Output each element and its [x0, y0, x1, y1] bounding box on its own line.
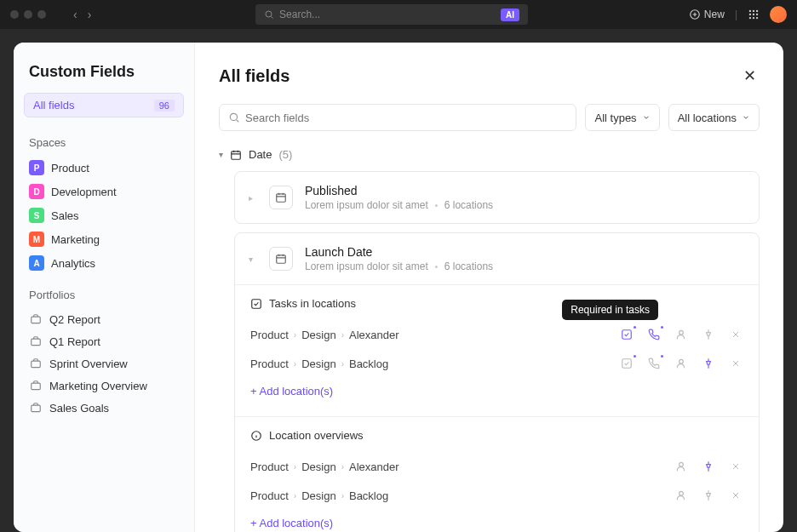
space-label: Analytics [51, 257, 95, 270]
field-search-input[interactable] [245, 112, 567, 124]
pin-icon[interactable] [701, 459, 716, 474]
breadcrumb-segment[interactable]: Alexander [349, 460, 399, 473]
close-button[interactable]: ✕ [740, 63, 760, 89]
field-name: Published [305, 184, 745, 197]
close-dot[interactable] [10, 10, 19, 19]
min-dot[interactable] [24, 10, 32, 19]
max-dot[interactable] [37, 10, 46, 19]
pin-icon[interactable] [701, 327, 716, 342]
sidebar-item-space[interactable]: SSales [24, 203, 184, 227]
ai-badge[interactable]: AI [501, 9, 519, 21]
chevron-right-icon: › [341, 462, 344, 472]
svg-rect-21 [622, 330, 632, 340]
tasks-header: Tasks in locations [250, 297, 743, 310]
chevron-right-icon: › [294, 462, 296, 472]
phone-icon[interactable] [646, 327, 662, 342]
chevron-down-icon[interactable]: ▾ [219, 150, 223, 159]
required-task-icon[interactable] [619, 327, 634, 342]
sidebar-item-space[interactable]: MMarketing [24, 227, 184, 251]
svg-rect-19 [277, 255, 286, 263]
svg-rect-17 [232, 151, 241, 158]
page-title: All fields [219, 66, 290, 86]
breadcrumb-segment[interactable]: Backlog [349, 489, 388, 502]
required-task-icon[interactable] [619, 356, 634, 371]
field-card-launch-date: ▾ Launch Date Lorem ipsum dolor sit amet… [234, 232, 760, 532]
sidebar-item-portfolio[interactable]: Q1 Report [24, 330, 184, 352]
global-search[interactable]: Search... AI [255, 4, 528, 25]
breadcrumb-segment[interactable]: Product [250, 489, 289, 502]
user-icon[interactable] [674, 488, 689, 503]
types-dropdown[interactable]: All types [585, 104, 659, 131]
svg-rect-14 [32, 383, 41, 390]
breadcrumb-segment[interactable]: Backlog [349, 358, 388, 370]
breadcrumb: Product›Design›Backlog [250, 358, 388, 370]
remove-icon[interactable] [728, 488, 743, 503]
portfolio-label: Marketing Overview [49, 380, 147, 392]
add-location-button[interactable]: + Add location(s) [250, 510, 743, 532]
user-icon[interactable] [674, 459, 689, 474]
calendar-icon [269, 186, 293, 209]
allfields-nav[interactable]: All fields 96 [24, 93, 184, 117]
space-icon: A [29, 255, 44, 271]
pin-icon[interactable] [701, 356, 716, 371]
svg-point-5 [749, 14, 751, 15]
row-actions [674, 488, 743, 503]
search-icon [228, 112, 240, 123]
chevron-right-icon[interactable]: ▸ [249, 193, 257, 203]
chevron-right-icon: › [294, 330, 296, 340]
info-icon [250, 430, 262, 442]
breadcrumb-segment[interactable]: Product [250, 329, 289, 341]
svg-point-4 [756, 10, 758, 12]
sidebar-item-portfolio[interactable]: Marketing Overview [24, 375, 184, 397]
remove-icon[interactable] [728, 356, 743, 371]
field-row[interactable]: ▸ Published Lorem ipsum dolor sit amet 6… [235, 172, 759, 223]
search-icon [264, 9, 274, 20]
back-button[interactable]: ‹ [70, 6, 81, 23]
main-panel: All fields ✕ All types All locations [195, 43, 783, 532]
sidebar-item-space[interactable]: DDevelopment [24, 180, 184, 203]
new-button[interactable]: New [689, 9, 725, 20]
svg-rect-12 [32, 339, 41, 346]
expanded-panel: Tasks in locations Product›Design›Alexan… [235, 284, 759, 532]
phone-icon[interactable] [646, 356, 662, 371]
search-bar: Search... AI [101, 4, 682, 25]
breadcrumb: Product›Design›Alexander [250, 329, 399, 341]
space-label: Marketing [51, 233, 100, 246]
breadcrumb-segment[interactable]: Product [250, 358, 289, 370]
space-label: Sales [51, 209, 79, 222]
add-location-button[interactable]: + Add location(s) [250, 378, 743, 404]
remove-icon[interactable] [728, 459, 743, 474]
breadcrumb-segment[interactable]: Design [301, 329, 335, 341]
field-row[interactable]: ▾ Launch Date Lorem ipsum dolor sit amet… [235, 233, 759, 284]
sidebar-item-space[interactable]: PProduct [24, 156, 184, 180]
pin-icon[interactable] [701, 488, 716, 503]
avatar[interactable] [770, 6, 787, 23]
sidebar-item-portfolio[interactable]: Sprint Overview [24, 352, 184, 375]
overviews-section: Location overviews Product›Design›Alexan… [235, 417, 759, 532]
locations-dropdown[interactable]: All locations [668, 104, 760, 131]
breadcrumb-segment[interactable]: Product [250, 460, 289, 473]
row-actions [619, 356, 743, 371]
sidebar-item-portfolio[interactable]: Sales Goals [24, 397, 184, 419]
apps-icon[interactable] [748, 9, 760, 20]
breadcrumb-segment[interactable]: Design [301, 489, 335, 502]
chevron-down-icon [642, 113, 651, 122]
briefcase-icon [29, 379, 43, 392]
sidebar-item-space[interactable]: AAnalytics [24, 251, 184, 275]
svg-point-10 [756, 17, 758, 19]
filter-row: All types All locations [219, 104, 760, 131]
overviews-header: Location overviews [250, 429, 743, 442]
sidebar-item-portfolio[interactable]: Q2 Report [24, 308, 184, 330]
chevron-down-icon[interactable]: ▾ [249, 255, 257, 264]
breadcrumb-segment[interactable]: Design [301, 358, 335, 370]
forward-button[interactable]: › [84, 6, 95, 23]
user-icon[interactable] [674, 327, 689, 342]
breadcrumb-segment[interactable]: Alexander [349, 329, 399, 341]
breadcrumb-segment[interactable]: Design [301, 460, 335, 473]
calendar-icon [269, 247, 293, 271]
remove-icon[interactable] [728, 327, 743, 342]
space-icon: D [29, 184, 44, 199]
svg-point-24 [679, 359, 684, 363]
group-header[interactable]: ▾ Date (5) [219, 145, 760, 164]
user-icon[interactable] [674, 356, 689, 371]
